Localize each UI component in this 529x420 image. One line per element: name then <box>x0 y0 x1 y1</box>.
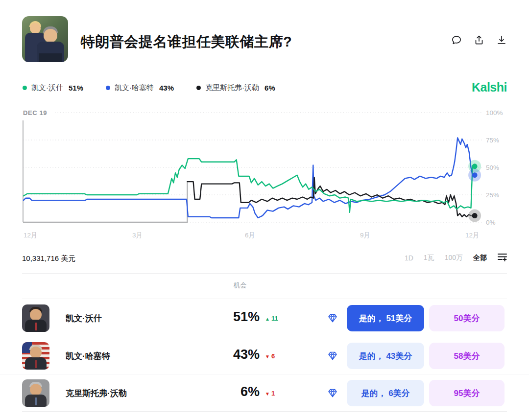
outcome-probability: 6% <box>196 384 260 399</box>
chart-legend: 凯文·沃什 51% 凯文·哈塞特 43% 克里斯托弗·沃勒 6% <box>23 83 275 93</box>
outcome-name: 克里斯托弗·沃勒 <box>66 374 127 412</box>
legend-label: 凯文·哈塞特 <box>115 83 154 93</box>
divider <box>22 273 507 274</box>
page-title: 特朗普会提名谁担任美联储主席? <box>81 32 292 52</box>
legend-label: 克里斯托弗·沃勒 <box>205 83 259 93</box>
range-1w[interactable]: 1瓦 <box>424 254 434 262</box>
table-row-hassett[interactable]: 凯文·哈塞特 43% ▼6 是的， 43美分 58美分 <box>0 337 529 374</box>
gem-icon[interactable] <box>327 313 338 324</box>
x-tick-jun: 6月 <box>245 232 255 239</box>
price-chart[interactable]: DEC 19 100% 75% 50% 25% 0% <box>0 107 529 243</box>
series-endpoint-warsh <box>468 160 481 173</box>
change-value: 6 <box>271 352 275 360</box>
legend-item-waller[interactable]: 克里斯托弗·沃勒 6% <box>196 83 275 93</box>
range-all[interactable]: 全部 <box>473 254 487 262</box>
legend-pct: 43% <box>159 84 174 92</box>
legend-pct: 6% <box>264 84 275 92</box>
gem-icon[interactable] <box>327 350 338 361</box>
avatar-waller <box>22 379 49 407</box>
no-button[interactable]: 58美分 <box>429 343 505 369</box>
change-badge: ▲11 <box>265 315 278 322</box>
legend-dot-green-icon <box>23 86 27 90</box>
y-tick-50: 50% <box>486 164 499 171</box>
avatar-hassett <box>22 342 49 370</box>
y-tick-75: 75% <box>486 137 499 144</box>
x-tick-mar: 3月 <box>132 232 143 239</box>
comment-icon[interactable] <box>451 34 462 46</box>
market-page: 特朗普会提名谁担任美联储主席? 凯文·沃什 51% 凯文·哈塞特 43% 克里斯… <box>0 0 529 420</box>
series-endpoint-waller <box>468 210 481 222</box>
y-tick-25: 25% <box>486 191 499 199</box>
change-badge: ▼6 <box>265 352 275 360</box>
avatar-warsh <box>22 304 49 332</box>
x-tick-sep: 9月 <box>360 232 370 239</box>
x-tick-dec2: 12月 <box>465 232 480 239</box>
change-value: 1 <box>271 390 275 397</box>
table-row-warsh[interactable]: 凯文·沃什 51% ▲11 是的， 51美分 50美分 <box>0 300 529 337</box>
market-thumbnail-image <box>22 16 68 62</box>
y-tick-100: 100% <box>486 109 503 117</box>
outcome-probability: 51% <box>196 309 260 325</box>
y-tick-0: 0% <box>486 219 496 226</box>
legend-item-hassett[interactable]: 凯文·哈塞特 43% <box>106 83 174 93</box>
outcome-name: 凯文·哈塞特 <box>66 337 110 374</box>
divider <box>22 411 507 412</box>
legend-label: 凯文·沃什 <box>31 83 63 93</box>
yes-button[interactable]: 是的， 51美分 <box>347 305 424 331</box>
no-button[interactable]: 50美分 <box>429 305 505 331</box>
yes-button[interactable]: 是的， 6美分 <box>347 380 424 406</box>
legend-dot-blue-icon <box>106 86 110 90</box>
no-button[interactable]: 95美分 <box>429 380 505 406</box>
x-tick-dec: 12月 <box>24 232 38 239</box>
change-value: 11 <box>271 315 278 322</box>
down-triangle-icon: ▼ <box>265 391 270 397</box>
volume-label: 10,331,716 美元 <box>22 254 75 263</box>
range-1m[interactable]: 100万 <box>445 254 463 262</box>
outcome-name: 凯文·沃什 <box>66 300 102 337</box>
legend-item-warsh[interactable]: 凯文·沃什 51% <box>23 83 83 93</box>
series-line-waller-prelisting <box>24 182 187 222</box>
chart-date-label: DEC 19 <box>23 109 47 117</box>
table-row-waller[interactable]: 克里斯托弗·沃勒 6% ▼1 是的， 6美分 95美分 <box>0 374 529 411</box>
change-badge: ▼1 <box>265 390 275 397</box>
list-add-icon[interactable] <box>497 252 507 264</box>
series-line-waller <box>187 177 475 217</box>
legend-pct: 51% <box>69 84 83 92</box>
divider <box>22 299 507 299</box>
legend-dot-black-icon <box>196 86 201 90</box>
download-icon[interactable] <box>496 34 507 46</box>
kalshi-logo: Kalshi <box>472 80 507 94</box>
range-1d[interactable]: 1D <box>405 254 413 262</box>
outcome-probability: 43% <box>196 347 260 362</box>
down-triangle-icon: ▼ <box>265 354 270 359</box>
column-header-chance: 机会 <box>206 281 274 290</box>
yes-button[interactable]: 是的， 43美分 <box>347 343 424 369</box>
gem-icon[interactable] <box>327 388 338 398</box>
share-icon[interactable] <box>473 34 485 46</box>
range-selector: 1D 1瓦 100万 全部 <box>405 252 507 264</box>
up-triangle-icon: ▲ <box>265 316 270 322</box>
outcomes-table: 凯文·沃什 51% ▲11 是的， 51美分 50美分 凯文·哈塞特 43% ▼… <box>0 300 529 411</box>
